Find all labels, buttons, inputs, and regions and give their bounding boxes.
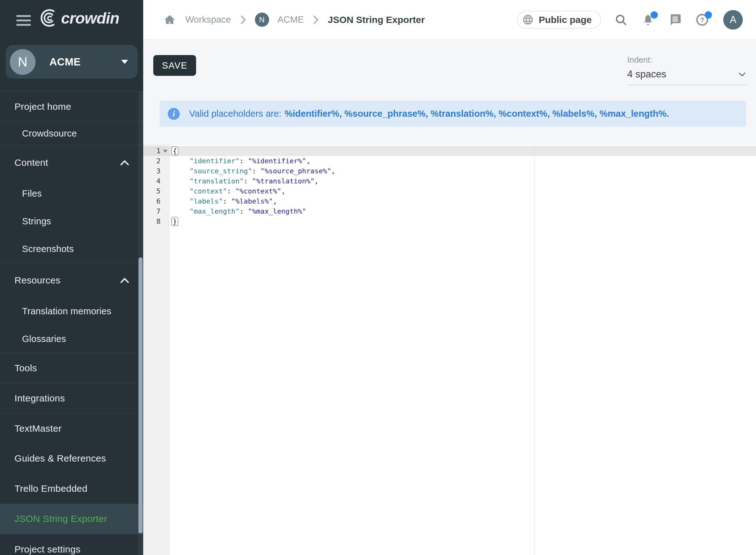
sidebar-item-tools[interactable]: Tools <box>0 353 143 383</box>
code-text: { <box>169 146 756 156</box>
sidebar-item-label: Resources <box>14 275 60 286</box>
sidebar-item-trello-embedded[interactable]: Trello Embedded <box>0 473 143 504</box>
indent-select[interactable]: 4 spaces <box>627 69 747 85</box>
token-value: "%labels%" <box>231 197 272 205</box>
org-selector[interactable]: N ACME <box>6 45 137 79</box>
token-plain <box>173 157 190 165</box>
banner-text: Valid placeholders are:%identifier%, %so… <box>189 109 669 119</box>
line-number: 7 <box>143 206 169 216</box>
placeholder: %max_length%. <box>599 109 669 119</box>
search-icon[interactable] <box>614 12 628 27</box>
user-avatar[interactable]: A <box>723 10 743 30</box>
page-content: SAVE Indent: 4 spaces i Valid placeholde… <box>143 40 756 555</box>
code-lines: 1{2 "identifier": "%identifier%",3 "sour… <box>143 144 756 226</box>
sidebar-item-textmaster[interactable]: TextMaster <box>0 413 143 443</box>
sidebar-item-integrations[interactable]: Integrations <box>0 383 143 413</box>
globe-icon <box>522 14 534 26</box>
token-plain: , <box>331 167 335 175</box>
sidebar-item-label: Guides & References <box>14 453 106 464</box>
placeholder: %source_phrase%, <box>344 109 428 119</box>
token-plain: , <box>306 157 310 165</box>
token-plain <box>173 197 190 205</box>
banner-prefix: Valid placeholders are: <box>189 109 281 119</box>
code-text: "max_length": "%max_length%" <box>169 206 756 216</box>
token-value: "%context%" <box>236 187 281 195</box>
line-number: 6 <box>143 196 169 206</box>
token-plain <box>173 177 190 185</box>
code-line-3[interactable]: 3 "source_string": "%source_phrase%", <box>143 166 756 176</box>
sidebar-item-translation-memories[interactable]: Translation memories <box>0 297 143 325</box>
breadcrumb: Workspace N ACME JSON String Exporter <box>162 12 425 27</box>
crowdin-logo-text: crowdin <box>61 9 119 27</box>
hamburger-menu-icon[interactable] <box>16 15 31 28</box>
code-line-1[interactable]: 1{ <box>143 146 756 156</box>
token-key: "translation" <box>190 177 244 185</box>
fold-arrow-icon[interactable] <box>163 150 167 153</box>
public-page-button[interactable]: Public page <box>517 11 601 29</box>
sidebar-item-project-home[interactable]: Project home <box>0 91 143 121</box>
sidebar-item-screenshots[interactable]: Screenshots <box>0 235 143 263</box>
code-editor[interactable]: 1{2 "identifier": "%identifier%",3 "sour… <box>143 144 756 555</box>
sidebar-item-project-settings[interactable]: Project settings <box>0 534 143 555</box>
placeholder: %labels%, <box>552 109 597 119</box>
indent-control: Indent: 4 spaces <box>627 55 747 85</box>
save-button[interactable]: SAVE <box>153 55 196 76</box>
token-plain: : <box>227 187 236 195</box>
sidebar-item-label: Crowdsource <box>22 128 77 139</box>
code-line-8[interactable]: 8} <box>143 216 756 226</box>
sidebar-item-label: TextMaster <box>14 423 62 434</box>
placeholder: %context%, <box>499 109 550 119</box>
token-plain: : <box>223 197 231 205</box>
token-key: "identifier" <box>190 157 240 165</box>
chevron-up-icon <box>120 277 129 284</box>
help-icon[interactable]: ? <box>695 12 709 27</box>
sidebar-item-label: Strings <box>22 216 51 226</box>
code-text: "context": "%context%", <box>169 186 756 196</box>
token-plain: , <box>273 197 277 205</box>
code-line-2[interactable]: 2 "identifier": "%identifier%", <box>143 156 756 166</box>
token-bracket: } <box>171 217 178 226</box>
chevron-down-icon <box>121 60 128 64</box>
sidebar-item-label: Glossaries <box>22 334 66 344</box>
placeholder: %identifier%, <box>285 109 342 119</box>
code-line-5[interactable]: 5 "context": "%context%", <box>143 186 756 196</box>
org-name: ACME <box>49 56 121 68</box>
breadcrumb-project[interactable]: ACME <box>278 14 304 25</box>
token-value: "%source_phrase%" <box>260 167 331 175</box>
sidebar-item-label: JSON String Exporter <box>14 513 107 524</box>
sidebar-item-label: Project home <box>14 101 71 112</box>
code-line-4[interactable]: 4 "translation": "%translation%", <box>143 176 756 186</box>
main-column: Workspace N ACME JSON String Exporter Pu… <box>143 0 756 555</box>
sidebar-item-strings[interactable]: Strings <box>0 207 143 235</box>
token-key: "labels" <box>190 197 223 205</box>
token-plain <box>173 187 190 195</box>
code-line-6[interactable]: 6 "labels": "%labels%", <box>143 196 756 206</box>
code-line-7[interactable]: 7 "max_length": "%max_length%" <box>143 206 756 216</box>
code-text: "labels": "%labels%", <box>169 196 756 206</box>
token-value: "%translation%" <box>252 177 315 185</box>
token-plain: : <box>244 177 252 185</box>
sidebar-item-crowdsource[interactable]: Crowdsource <box>0 121 143 145</box>
chevron-right-icon <box>240 15 246 25</box>
breadcrumb-workspace[interactable]: Workspace <box>185 14 231 25</box>
sidebar-item-resources[interactable]: Resources <box>0 263 143 297</box>
token-key: "context" <box>190 187 227 195</box>
sidebar-item-json-string-exporter[interactable]: JSON String Exporter <box>0 504 143 534</box>
token-key: "source_string" <box>190 167 252 175</box>
sidebar-item-label: Trello Embedded <box>14 483 87 494</box>
home-icon[interactable] <box>162 12 177 27</box>
indent-label: Indent: <box>627 55 747 65</box>
public-page-label: Public page <box>539 14 592 25</box>
sidebar-scrollbar-thumb[interactable] <box>138 257 142 533</box>
sidebar-item-guides-references[interactable]: Guides & References <box>0 443 143 473</box>
sidebar-item-files[interactable]: Files <box>0 180 143 207</box>
token-plain: , <box>314 177 319 185</box>
line-number: 3 <box>143 166 169 176</box>
chat-icon[interactable] <box>668 12 682 27</box>
line-number: 1 <box>143 146 169 156</box>
notifications-bell-icon[interactable] <box>641 12 655 27</box>
sidebar-item-content[interactable]: Content <box>0 145 143 180</box>
notification-dot <box>650 11 658 18</box>
placeholder: %translation%, <box>430 109 496 119</box>
sidebar-item-glossaries[interactable]: Glossaries <box>0 325 143 353</box>
